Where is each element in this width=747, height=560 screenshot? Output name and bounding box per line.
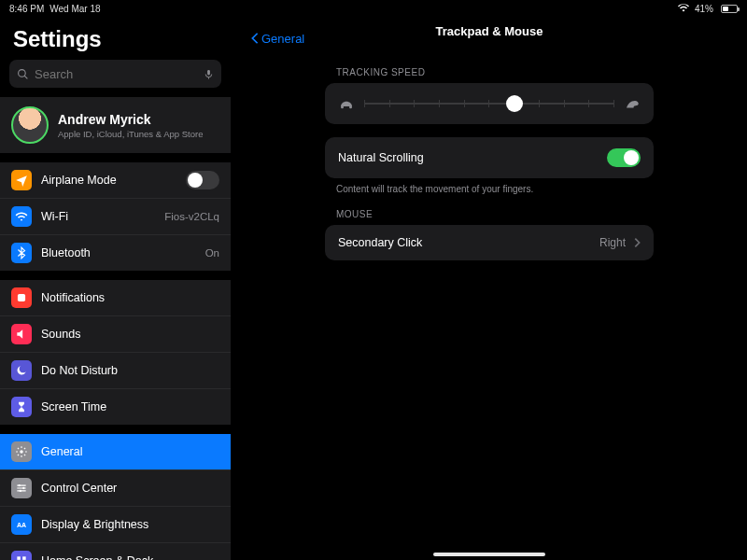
sidebar-item-value: On — [205, 247, 219, 259]
sidebar-item-label: Screen Time — [41, 400, 219, 413]
svg-rect-9 — [17, 556, 21, 560]
sliders-icon — [11, 478, 32, 498]
sounds-icon — [11, 324, 32, 344]
sidebar-item-label: Do Not Disturb — [41, 364, 219, 377]
home-indicator[interactable] — [433, 553, 545, 556]
display-icon: AA — [11, 514, 32, 535]
settings-sidebar: Settings Andrew Myrick Apple ID, iCloud, — [0, 17, 232, 560]
svg-rect-10 — [22, 556, 26, 560]
sidebar-item-label: Sounds — [41, 328, 219, 341]
tracking-speed-label: TRACKING SPEED — [336, 67, 654, 77]
wifi-status-icon — [678, 3, 689, 14]
status-bar: 8:46 PM Wed Mar 18 41% — [0, 0, 747, 17]
sidebar-item-display[interactable]: AA Display & Brightness — [0, 506, 231, 542]
secondary-click-value: Right — [599, 236, 626, 249]
sidebar-item-label: Notifications — [41, 291, 219, 304]
sidebar-item-screentime[interactable]: Screen Time — [0, 388, 231, 425]
sidebar-item-controlcenter[interactable]: Control Center — [0, 469, 231, 506]
svg-rect-2 — [207, 69, 210, 75]
secondary-click-row[interactable]: Secondary Click Right — [325, 225, 654, 260]
tracking-speed-slider[interactable] — [364, 94, 614, 113]
mic-icon[interactable] — [204, 68, 214, 80]
moon-icon — [11, 360, 32, 381]
airplane-icon — [11, 170, 32, 190]
sidebar-item-homescreen[interactable]: Home Screen & Dock — [0, 542, 231, 560]
profile-name: Andrew Myrick — [58, 112, 203, 127]
natural-scrolling-label: Natural Scrolling — [338, 151, 424, 164]
detail-pane: General Trackpad & Mouse TRACKING SPEED — [232, 17, 747, 560]
sidebar-item-label: Home Screen & Dock — [41, 554, 219, 560]
grid-icon — [11, 551, 32, 560]
svg-point-7 — [20, 490, 21, 492]
svg-point-16 — [349, 105, 352, 108]
airplane-toggle[interactable] — [186, 171, 219, 189]
svg-point-0 — [19, 69, 26, 77]
notifications-icon — [11, 287, 32, 308]
gear-icon — [11, 441, 32, 462]
slider-thumb[interactable] — [506, 95, 523, 112]
search-field[interactable] — [9, 60, 221, 88]
hare-icon — [624, 97, 641, 110]
page-title: Settings — [0, 17, 231, 60]
search-input[interactable] — [35, 67, 198, 81]
sidebar-item-airplane[interactable]: Airplane Mode — [0, 162, 231, 198]
hourglass-icon — [11, 397, 32, 417]
natural-scrolling-row[interactable]: Natural Scrolling — [325, 137, 654, 178]
sidebar-item-wifi[interactable]: Wi-Fi Fios-v2CLq — [0, 198, 231, 234]
sidebar-item-general[interactable]: General — [0, 434, 231, 469]
svg-text:AA: AA — [17, 522, 26, 528]
svg-point-4 — [20, 450, 23, 454]
sidebar-item-label: Control Center — [41, 482, 219, 495]
secondary-click-label: Secondary Click — [338, 236, 422, 249]
search-icon — [17, 68, 29, 80]
avatar — [11, 106, 49, 144]
svg-point-6 — [22, 487, 24, 489]
back-label: General — [261, 32, 304, 46]
sidebar-item-label: Wi-Fi — [41, 210, 155, 223]
sidebar-item-notifications[interactable]: Notifications — [0, 280, 231, 315]
battery-pct: 41% — [695, 4, 713, 14]
tortoise-icon — [338, 97, 355, 110]
wifi-icon — [11, 206, 32, 227]
mouse-section-label: MOUSE — [336, 209, 654, 219]
battery-icon — [719, 5, 738, 13]
tracking-speed-slider-card — [325, 83, 654, 124]
sidebar-group-general: General Control Center AA Display & Brig… — [0, 434, 231, 560]
svg-line-1 — [24, 76, 27, 78]
chevron-left-icon — [250, 32, 260, 45]
svg-rect-3 — [18, 294, 25, 301]
sidebar-group-connectivity: Airplane Mode Wi-Fi Fios-v2CLq Bluetooth… — [0, 162, 231, 271]
sidebar-item-sounds[interactable]: Sounds — [0, 315, 231, 352]
natural-scrolling-toggle[interactable] — [607, 148, 641, 167]
sidebar-item-dnd[interactable]: Do Not Disturb — [0, 352, 231, 388]
status-time: 8:46 PM — [9, 4, 44, 14]
sidebar-group-alerts: Notifications Sounds Do Not Disturb Scre… — [0, 280, 231, 425]
sidebar-item-label: Display & Brightness — [41, 518, 219, 531]
sidebar-item-value: Fios-v2CLq — [164, 211, 219, 222]
apple-id-row[interactable]: Andrew Myrick Apple ID, iCloud, iTunes &… — [0, 97, 231, 153]
sidebar-item-bluetooth[interactable]: Bluetooth On — [0, 234, 231, 271]
natural-scrolling-note: Content will track the movement of your … — [336, 184, 654, 194]
back-button[interactable]: General — [250, 32, 304, 46]
svg-point-15 — [341, 105, 344, 108]
bluetooth-icon — [11, 243, 32, 263]
sidebar-item-label: Airplane Mode — [41, 174, 176, 187]
svg-point-5 — [19, 484, 21, 486]
sidebar-item-label: General — [41, 445, 219, 458]
sidebar-item-label: Bluetooth — [41, 246, 196, 259]
chevron-right-icon — [633, 237, 641, 248]
profile-sub: Apple ID, iCloud, iTunes & App Store — [58, 129, 203, 139]
status-date: Wed Mar 18 — [49, 4, 100, 14]
